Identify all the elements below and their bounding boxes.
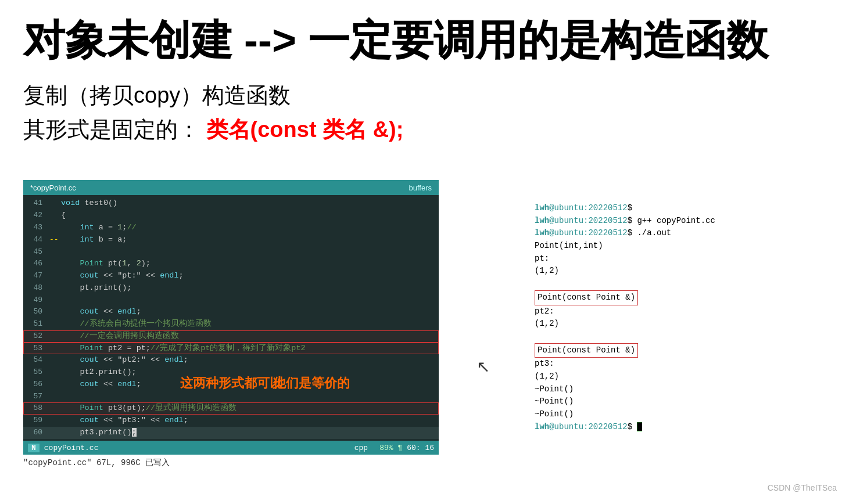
terminal-line: lwh@ubuntu:20220512$ g++ copyPoint.cc <box>535 215 837 228</box>
terminal-output: pt2: <box>535 305 837 318</box>
terminal-output: pt: <box>535 253 837 265</box>
code-content: void test0() <box>61 197 439 210</box>
code-line: 48 pt.print(); <box>23 282 439 294</box>
term-cmd: ./a.out <box>632 228 671 237</box>
page-title: 对象未创建 --> 一定要调用的是构造函数 <box>0 0 860 69</box>
code-line: 45 <box>23 246 439 258</box>
code-editor[interactable]: *copyPoint.cc buffers 41void test0()42{4… <box>23 180 439 453</box>
code-line: 49 <box>23 294 439 306</box>
terminal-output: ~Point() <box>535 408 837 421</box>
line-number: 58 <box>23 402 49 414</box>
terminal-boxed-output: Point(const Point &) <box>535 343 638 358</box>
term-suffix: $ <box>628 203 632 213</box>
term-user: lwh <box>535 422 549 431</box>
code-content: pt3.print(); <box>61 427 439 439</box>
buffers-label: buffers <box>408 183 432 192</box>
term-user: lwh <box>535 228 549 237</box>
line-number: 53 <box>23 343 49 354</box>
status-filetype: cpp <box>354 444 368 452</box>
code-line: 54 cout << "pt2:" << endl; <box>23 354 439 366</box>
code-line: 42{ <box>23 210 439 222</box>
line-number: 54 <box>23 354 49 366</box>
term-user: lwh <box>535 216 549 225</box>
line-number: 45 <box>23 246 49 258</box>
terminal-output: (1,2) <box>535 265 837 278</box>
subtitle-prefix: 其形式是固定的： <box>23 117 200 142</box>
line-number: 56 <box>23 379 49 390</box>
terminal-line <box>535 330 837 343</box>
subtitle-line2: 其形式是固定的： 类名(const 类名 &); <box>23 115 837 145</box>
code-line: 50 cout << endl; <box>23 306 439 318</box>
watermark: CSDN @TheITSea <box>768 483 837 492</box>
code-body[interactable]: 41void test0()42{43 int a = 1;//44-- int… <box>23 195 439 453</box>
term-suffix: $ <box>628 228 632 237</box>
terminal-line <box>535 278 837 290</box>
line-number: 44 <box>23 234 49 246</box>
term-cmd: g++ copyPoint.cc <box>632 216 715 225</box>
line-number: 47 <box>23 270 49 282</box>
status-progress: 89% ¶ <box>379 444 402 452</box>
line-number: 57 <box>23 391 49 402</box>
code-content: int b = a; <box>61 234 439 246</box>
terminal-line: Point(const Point &) <box>535 290 837 305</box>
code-line: 58 Point pt3(pt);//显式调用拷贝构造函数 <box>23 402 439 415</box>
terminal-line: Point(const Point &) <box>535 343 837 358</box>
terminal-output: ~Point() <box>535 395 837 408</box>
code-content: cout << "pt:" << endl; <box>61 270 439 282</box>
status-filename: copyPoint.cc <box>44 444 354 452</box>
subtitle-highlight: 类名(const 类名 &); <box>206 117 404 142</box>
code-content: Point pt(1, 2); <box>61 258 439 270</box>
code-line: 46 Point pt(1, 2); <box>23 258 439 270</box>
terminal-line: lwh@ubuntu:20220512$ ./a.out <box>535 227 837 240</box>
status-mode: N <box>28 444 40 452</box>
code-content: //一定会调用拷贝构造函数 <box>61 330 439 343</box>
terminal-boxed-output: Point(const Point &) <box>535 290 638 305</box>
line-number: 59 <box>23 415 49 426</box>
line-number: 49 <box>23 294 49 306</box>
subtitle-section: 复制（拷贝copy）构造函数 其形式是固定的： 类名(const 类名 &); <box>0 69 860 150</box>
code-line: 51 //系统会自动提供一个拷贝构造函数 <box>23 318 439 330</box>
subtitle-line1: 复制（拷贝copy）构造函数 <box>23 81 837 110</box>
terminal-output: pt3: <box>535 358 837 370</box>
status-bar: N copyPoint.cc cpp 89% ¶ 60: 16 <box>23 441 439 455</box>
code-content: cout << "pt2:" << endl; <box>61 354 439 366</box>
line-number: 55 <box>23 366 49 378</box>
term-host: @ubuntu:20220512 <box>549 422 627 431</box>
editor-tab: *copyPoint.cc buffers <box>23 180 439 195</box>
bottom-message: "copyPoint.cc" 67L, 996C 已写入 <box>23 455 439 470</box>
line-number: 41 <box>23 197 49 209</box>
term-host: @ubuntu:20220512 <box>549 216 627 225</box>
line-number: 43 <box>23 222 49 233</box>
editor-tab-name: *copyPoint.cc <box>30 183 76 192</box>
term-user: lwh <box>535 203 549 213</box>
terminal-output: (1,2) <box>535 318 837 330</box>
code-content: Point pt3(pt);//显式调用拷贝构造函数 <box>61 402 439 415</box>
code-content: cout << "pt3:" << endl; <box>61 415 439 427</box>
code-content: cout << endl; <box>61 306 439 318</box>
code-line: 43 int a = 1;// <box>23 222 439 234</box>
terminal: lwh@ubuntu:20220512$lwh@ubuntu:20220512$… <box>535 202 837 433</box>
code-line: 41void test0() <box>23 197 439 210</box>
terminal-cursor: █ <box>637 422 642 431</box>
code-line: 47 cout << "pt:" << endl; <box>23 270 439 282</box>
term-suffix: $ <box>628 422 637 431</box>
code-line: 44-- int b = a; <box>23 234 439 246</box>
line-number: 60 <box>23 427 49 438</box>
terminal-output: (1,2) <box>535 370 837 383</box>
terminal-line: lwh@ubuntu:20220512$ █ <box>535 421 837 434</box>
terminal-output: ~Point() <box>535 383 837 396</box>
terminal-line: lwh@ubuntu:20220512$ <box>535 202 837 215</box>
code-line: 53 Point pt2 = pt;//完成了对象pt的复制，得到了新对象pt2 <box>23 343 439 355</box>
terminal-output: Point(int,int) <box>535 240 837 253</box>
annotation-left: 这两种形式都可以 <box>180 375 282 392</box>
line-number: 51 <box>23 318 49 330</box>
code-line: 59 cout << "pt3:" << endl; <box>23 415 439 427</box>
mouse-cursor-icon: ↖ <box>476 357 490 376</box>
line-number: 46 <box>23 258 49 269</box>
code-line: 52 //一定会调用拷贝构造函数 <box>23 330 439 343</box>
line-number: 48 <box>23 282 49 294</box>
code-content: int a = 1;// <box>61 222 439 234</box>
annotation-right: 他们是等价的 <box>273 375 350 392</box>
line-number: 50 <box>23 306 49 318</box>
code-line: 60 pt3.print(); <box>23 427 439 439</box>
